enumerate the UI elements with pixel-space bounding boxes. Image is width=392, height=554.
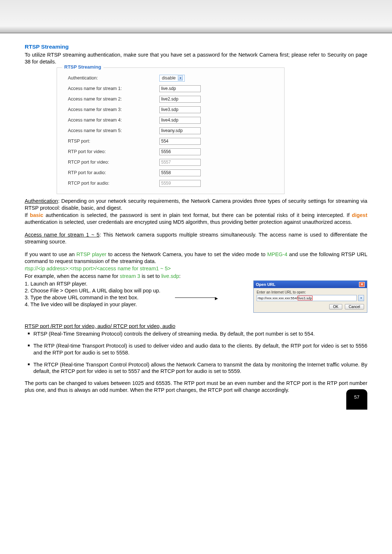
authentication-heading: Authentication — [25, 198, 58, 204]
mpeg4-keyword: MPEG-4 — [267, 251, 287, 257]
stream3-label: Access name for stream 3: — [68, 107, 159, 112]
rtcp-video-label: RTCP port for video: — [68, 160, 159, 165]
steps-and-dialog: 1. Launch an RTSP player. 2. Choose File… — [25, 280, 367, 313]
authentication-select[interactable]: disable ▾ — [159, 75, 185, 82]
rtsp-port-input[interactable]: 554 — [159, 138, 201, 145]
access-name-paragraph: Access name for stream 1 ~ 5: This Netwo… — [25, 231, 367, 245]
cancel-button[interactable]: Cancel — [345, 304, 364, 309]
step-2: 2. Choose File > Open URL. A URL dialog … — [25, 287, 248, 294]
page-number-tab: 57 — [346, 389, 367, 410]
stream5-label: Access name for stream 5: — [68, 128, 159, 133]
rtp-video-label: RTP port for video: — [68, 149, 159, 154]
ports-bullet-list: RTSP (Real-Time Streaming Protocol) cont… — [25, 331, 367, 375]
stream1-input[interactable]: live.sdp — [159, 85, 201, 92]
rtsp-port-label: RTSP port: — [68, 139, 159, 144]
section-title: RTSP Streaming — [25, 44, 367, 50]
auth-text-mid: authentication is selected, the password… — [43, 212, 352, 218]
example-line: For example, when the access name for st… — [25, 273, 367, 280]
stream4-input[interactable]: live4.sdp — [159, 117, 201, 124]
stream2-input[interactable]: live2.sdp — [159, 96, 201, 103]
ok-button[interactable]: OK — [329, 304, 342, 309]
fieldset-legend: RTSP Streaming — [62, 64, 103, 70]
example-suffix: : — [179, 273, 181, 279]
auth-label: Authentication: — [68, 75, 159, 81]
page-content: RTSP Streaming To utilize RTSP streaming… — [0, 33, 392, 416]
chevron-down-icon: ▾ — [178, 75, 183, 81]
url-part2-highlighted: live3.sdp — [298, 296, 313, 300]
rtsp-streaming-fieldset: RTSP Streaming Authentication: disable ▾… — [57, 67, 285, 194]
authentication-paragraph-2: If basic authentication is selected, the… — [25, 212, 367, 226]
dialog-label: Enter an Internet URL to open: — [257, 290, 364, 294]
open-url-dialog: Open URL ✕ Enter an Internet URL to open… — [253, 280, 367, 313]
rtsp-player-keyword: RTSP player — [77, 251, 106, 257]
auth-text-suffix: authentication is selected, user credent… — [25, 219, 352, 225]
step-3-text: 3. Type the above URL command in the tex… — [25, 295, 139, 300]
rtcp-audio-label: RTCP port for audio: — [68, 181, 159, 186]
rtp-video-input[interactable]: 5556 — [159, 148, 201, 155]
list-item: The RTCP (Real-time Transport Control Pr… — [25, 361, 367, 375]
list-item: The RTP (Real-time Transport Protocol) i… — [25, 342, 367, 356]
dropdown-icon[interactable]: ▾ — [358, 295, 364, 301]
stream1-label: Access name for stream 1: — [68, 86, 159, 91]
stream2-label: Access name for stream 2: — [68, 97, 159, 102]
url-input[interactable]: rtsp://xxx.xxx.xxx.xxx:554/live3.sdp — [257, 295, 357, 301]
example-stream: stream 3 — [120, 273, 140, 279]
example-mid: is set to — [140, 273, 161, 279]
dialog-title-text: Open URL — [256, 282, 275, 287]
ports-heading: RTSP port /RTP port for video, audio/ RT… — [25, 323, 367, 330]
step-3: 3. Type the above URL command in the tex… — [25, 294, 248, 301]
page-header-gradient — [0, 0, 392, 33]
dialog-titlebar: Open URL ✕ — [254, 281, 367, 288]
stream5-input[interactable]: liveany.sdp — [159, 127, 201, 134]
rtsp-player-paragraph: If you want to use an RTSP player to acc… — [25, 251, 367, 265]
step-1: 1. Launch an RTSP player. — [25, 280, 248, 287]
rtsp-url-template: rtsp://<ip address>:<rtsp port>/<access … — [25, 265, 367, 272]
close-icon[interactable]: ✕ — [359, 282, 365, 287]
example-sdp: live.sdp — [161, 273, 179, 279]
basic-keyword: basic — [30, 212, 43, 218]
access-name-heading: Access name for stream 1 ~ 5 — [25, 232, 99, 238]
digest-keyword: digest — [352, 212, 367, 218]
rtp-audio-input[interactable]: 5558 — [159, 169, 201, 176]
rtp-audio-label: RTP port for audio: — [68, 170, 159, 175]
stream4-label: Access name for stream 4: — [68, 118, 159, 123]
ports-footer-paragraph: The ports can be changed to values betwe… — [25, 380, 367, 394]
authentication-paragraph-1: Authentication: Depending on your networ… — [25, 198, 367, 212]
example-prefix: For example, when the access name for — [25, 273, 120, 279]
stream3-input[interactable]: live3.sdp — [159, 106, 201, 113]
list-item: RTSP (Real-Time Streaming Protocol) cont… — [25, 331, 367, 337]
page-number: 57 — [354, 394, 359, 400]
authentication-text-1: : Depending on your network security req… — [25, 198, 367, 211]
rtsp-player-mid: to access the Network Camera, you have t… — [106, 251, 267, 257]
arrow-right-icon: ▶ — [215, 296, 218, 301]
auth-text-prefix: If — [25, 212, 30, 218]
rtcp-video-input: 5557 — [159, 159, 201, 166]
step-4: 4. The live video will be displayed in y… — [25, 301, 248, 308]
authentication-value: disable — [162, 75, 176, 81]
intro-paragraph: To utilize RTSP streaming authentication… — [25, 52, 367, 65]
url-part1: rtsp://xxx.xxx.xxx.xxx:554/ — [258, 296, 298, 300]
rtsp-player-prefix: If you want to use an — [25, 251, 77, 257]
rtcp-audio-input: 5559 — [159, 180, 201, 187]
